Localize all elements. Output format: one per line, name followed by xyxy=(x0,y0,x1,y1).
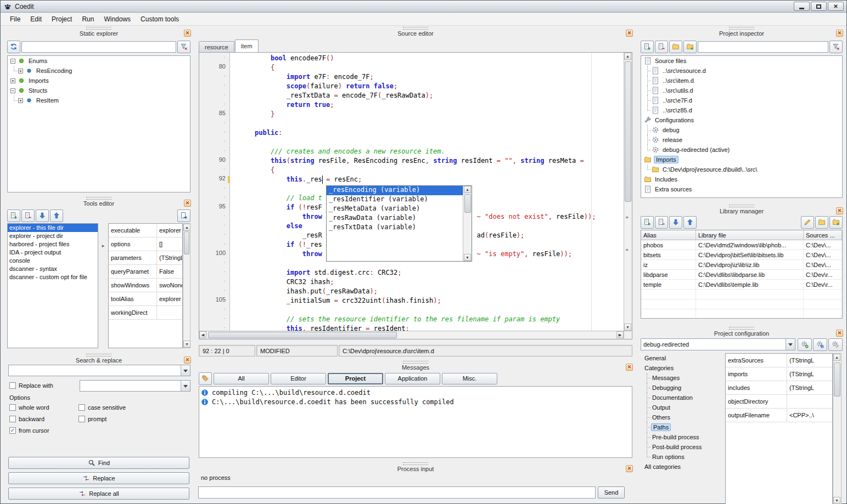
property-row[interactable]: parameters(TStringL xyxy=(109,251,182,265)
property-value[interactable]: explorer xyxy=(157,224,182,237)
property-value[interactable]: swoNone xyxy=(157,279,182,292)
menu-project[interactable]: Project xyxy=(47,14,77,25)
move-tool-down-button[interactable] xyxy=(36,209,49,222)
table-row[interactable] xyxy=(641,299,842,309)
property-value[interactable] xyxy=(157,306,182,319)
add-source-button[interactable] xyxy=(641,41,654,53)
minimize-button[interactable] xyxy=(794,2,810,11)
checkbox-backward[interactable]: backward xyxy=(9,416,78,422)
line-number[interactable]: · xyxy=(199,166,229,175)
scroll-left-icon[interactable]: ◀ xyxy=(199,331,206,338)
line-number[interactable]: 85 xyxy=(199,110,229,119)
tree-item[interactable]: C:\Dev\dproj\resource.d\build\..\src\ xyxy=(641,165,842,174)
line-number[interactable]: · xyxy=(199,315,229,324)
table-row[interactable]: phobosC:\Dev\dmd2\windows\lib\phob...C:\… xyxy=(641,240,842,250)
line-number[interactable]: · xyxy=(199,287,229,296)
line-number[interactable]: 80 xyxy=(199,63,229,72)
line-number[interactable]: · xyxy=(199,119,229,128)
line-number[interactable]: 90 xyxy=(199,156,229,166)
configuration-scrollbar[interactable]: ▲ ▼ xyxy=(833,353,842,504)
move-library-up-button[interactable] xyxy=(683,216,697,229)
dock-grip[interactable] xyxy=(403,361,428,364)
tree-item[interactable]: +Imports xyxy=(8,76,190,86)
scrollbar-thumb[interactable] xyxy=(834,363,840,397)
chevron-down-icon[interactable] xyxy=(181,381,190,391)
edit-configuration-button[interactable] xyxy=(828,338,843,351)
scroll-up-icon[interactable]: ▲ xyxy=(624,53,631,60)
panel-close-icon[interactable]: ✕ xyxy=(184,30,191,37)
line-number[interactable]: · xyxy=(199,259,229,268)
checkbox-prompt[interactable]: prompt xyxy=(78,416,190,422)
line-number[interactable]: · xyxy=(199,278,229,287)
tree-item[interactable]: ..\src\utils.d xyxy=(641,86,842,95)
tree-item[interactable]: General xyxy=(641,353,724,363)
line-number[interactable]: · xyxy=(199,268,229,278)
replace-with-checkbox[interactable]: Replace with xyxy=(9,382,53,389)
edit-library-button[interactable] xyxy=(801,216,814,229)
tools-grid-scrollbar[interactable]: ▲ ▼ xyxy=(183,223,190,348)
checkbox-box[interactable]: ✓ xyxy=(9,427,16,434)
scroll-down-icon[interactable]: ▼ xyxy=(464,254,471,261)
line-number[interactable]: 95 xyxy=(199,203,229,212)
dock-grip[interactable] xyxy=(86,27,111,30)
property-value[interactable]: (TStringL xyxy=(787,381,832,394)
close-button[interactable]: ✕ xyxy=(828,2,844,11)
tree-item[interactable]: ..\src\z85.d xyxy=(641,105,842,115)
message-row[interactable]: compiling C:\...\build\resource.d.coedit xyxy=(199,388,632,397)
filter-editor[interactable]: Editor xyxy=(271,373,326,384)
scrollbar-thumb[interactable] xyxy=(625,61,631,202)
tool-item[interactable]: dscanner - custom opt for file xyxy=(8,273,98,281)
replace-combo[interactable] xyxy=(80,380,190,392)
property-value[interactable]: explorer xyxy=(157,292,182,305)
property-value[interactable]: (TStringL xyxy=(787,367,832,381)
checkbox-whole-word[interactable]: whole word xyxy=(9,404,78,411)
expand-icon[interactable]: + xyxy=(10,78,15,83)
move-library-down-button[interactable] xyxy=(669,216,682,229)
line-number[interactable]: · xyxy=(199,222,229,231)
tree-item[interactable]: Debugging xyxy=(641,383,724,393)
table-row[interactable]: templeC:\Dev\dlibs\temple.libC:\Dev\r... xyxy=(641,280,842,290)
scrollbar-thumb[interactable] xyxy=(184,231,189,254)
execute-tool-button[interactable] xyxy=(177,209,190,222)
tree-item[interactable]: Extra sources xyxy=(641,184,842,194)
tab-item[interactable]: item xyxy=(235,39,259,52)
send-button[interactable]: Send xyxy=(598,486,625,499)
property-row[interactable]: options[] xyxy=(109,237,182,251)
tool-item[interactable]: explorer - project dir xyxy=(8,232,98,240)
property-row[interactable]: objectDirectory xyxy=(726,395,832,409)
tree-item[interactable]: Configurations xyxy=(641,115,842,125)
line-number[interactable]: · xyxy=(199,91,229,100)
column-header[interactable]: Sources ... xyxy=(804,230,842,240)
property-row[interactable]: imports(TStringL xyxy=(726,367,832,381)
editor-vertical-scrollbar[interactable]: ▲ ≡ ≡ ▼ xyxy=(624,53,632,331)
line-number[interactable]: · xyxy=(199,54,229,63)
checkbox-box[interactable] xyxy=(78,416,85,422)
scroll-down-icon[interactable]: ▼ xyxy=(624,324,631,331)
symbol-filter-input[interactable] xyxy=(21,41,176,53)
filter-project[interactable]: Project xyxy=(328,373,383,384)
tree-item[interactable]: +ResEncoding xyxy=(8,66,190,76)
remove-tool-button[interactable] xyxy=(21,209,35,222)
line-number[interactable]: · xyxy=(199,72,229,82)
line-number[interactable]: · xyxy=(199,128,229,138)
property-value[interactable]: False xyxy=(157,265,182,278)
dock-grip[interactable] xyxy=(403,462,428,465)
panel-close-icon[interactable]: ✕ xyxy=(836,207,843,214)
line-number[interactable]: · xyxy=(199,212,229,222)
tree-item[interactable]: Run options xyxy=(641,452,724,462)
titlebar[interactable]: Coedit ✕ xyxy=(1,1,846,13)
scroll-down-icon[interactable]: ▼ xyxy=(183,341,190,348)
filter-application[interactable]: Application xyxy=(385,373,440,384)
tree-item[interactable]: Includes xyxy=(641,174,842,184)
configuration-combo[interactable]: debug-redirected xyxy=(641,338,795,350)
property-row[interactable]: outputFilename<CPP>..\ xyxy=(726,409,832,422)
dock-grip[interactable] xyxy=(86,197,111,200)
clone-configuration-button[interactable] xyxy=(813,338,827,351)
add-tool-button[interactable] xyxy=(7,209,20,222)
menu-file[interactable]: File xyxy=(5,14,25,25)
checkbox-box[interactable] xyxy=(9,382,16,389)
completion-scrollbar[interactable]: ▲ ▼ xyxy=(463,186,472,261)
checkbox-box[interactable] xyxy=(9,416,16,422)
refresh-button[interactable] xyxy=(7,41,20,53)
tree-item[interactable]: Documentation xyxy=(641,393,724,403)
